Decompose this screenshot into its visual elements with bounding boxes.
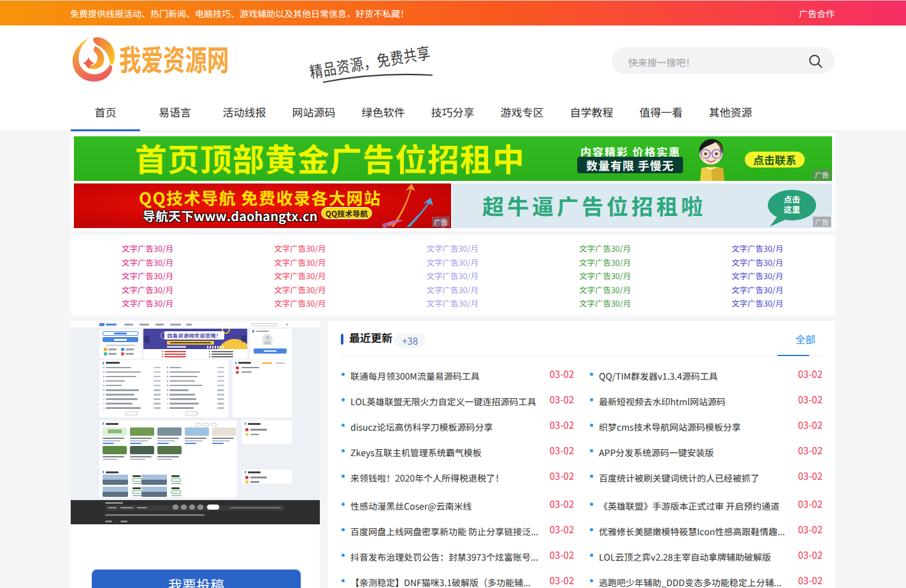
svg-text:这里: 这里 xyxy=(784,203,800,215)
